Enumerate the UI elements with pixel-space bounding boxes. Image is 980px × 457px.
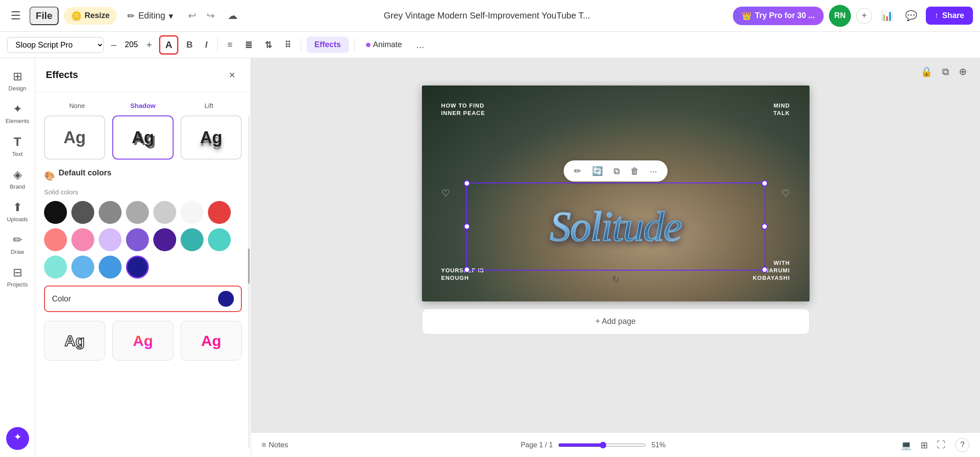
effect-card-gradient[interactable]: Ag <box>112 321 174 360</box>
uploads-icon: ⬆ <box>13 201 22 214</box>
text-color-button[interactable]: A <box>159 35 178 55</box>
color-swatch-7[interactable] <box>44 228 67 251</box>
file-button[interactable]: File <box>30 7 59 25</box>
align-button[interactable]: ≡ <box>223 37 237 52</box>
animate-dot <box>366 43 370 47</box>
redo-button[interactable]: ↪ <box>202 7 219 24</box>
more-options-button[interactable]: ... <box>412 37 429 53</box>
try-pro-label: Try Pro for 30 ... <box>755 11 815 20</box>
help-button[interactable]: ? <box>955 438 969 452</box>
decrease-font-button[interactable]: – <box>107 37 120 52</box>
effect-cards-row: Ag Ag Ag <box>44 321 242 360</box>
resize-button[interactable]: 🪙 Resize <box>64 7 117 25</box>
desktop-view-button[interactable]: 💻 <box>898 437 914 453</box>
grid-view-button[interactable]: ⊞ <box>918 437 931 453</box>
list2-button[interactable]: ⇅ <box>260 37 277 53</box>
canvas-frame: HOW TO FIND INNER PEACE MIND TALK YOURSE… <box>422 85 810 301</box>
share-button[interactable]: ↑ Share <box>926 7 973 25</box>
increase-font-button[interactable]: + <box>143 37 155 52</box>
sidebar-item-brand[interactable]: ◈ Brand <box>2 163 33 194</box>
editing-button[interactable]: ✏ Editing ▾ <box>122 7 178 25</box>
color-swatch-14[interactable] <box>44 256 67 279</box>
style-card-none[interactable]: Ag <box>44 115 105 160</box>
bottom-left-text[interactable]: YOURSELF IS ENOUGH <box>441 267 484 282</box>
elements-icon: ✦ <box>13 102 22 116</box>
sidebar-item-text[interactable]: T Text <box>2 130 33 162</box>
stats-button[interactable]: 📊 <box>877 7 896 25</box>
color-swatch-1[interactable] <box>71 201 94 224</box>
panel-scroll[interactable]: None Shadow Lift Ag Ag Ag 🎨 Default col <box>35 92 251 457</box>
projects-icon: ⊟ <box>13 266 22 279</box>
bottom-right-text[interactable]: WITH HARUMI KOBAYASHI <box>753 260 790 282</box>
sidebar-item-elements[interactable]: ✦ Elements <box>2 98 33 129</box>
sidebar-item-design[interactable]: ⊞ Design <box>2 65 33 96</box>
effect-card-pink[interactable]: Ag <box>181 321 242 360</box>
duplicate-button[interactable]: ⧉ <box>939 63 952 80</box>
try-pro-button[interactable]: 👑 Try Pro for 30 ... <box>733 7 824 25</box>
color-swatch-4[interactable] <box>153 201 176 224</box>
color-input-row[interactable]: Color <box>44 286 242 312</box>
color-swatch-8[interactable] <box>71 228 94 251</box>
effects-active-button[interactable]: Effects <box>307 37 349 53</box>
notes-button[interactable]: ≡ Notes <box>262 441 288 450</box>
page-number: Page 1 / 1 <box>521 441 553 449</box>
top-right-text[interactable]: MIND TALK <box>773 102 790 117</box>
design-label: Design <box>8 85 26 92</box>
undo-button[interactable]: ↩ <box>184 7 200 24</box>
style-none-label: None <box>44 99 110 112</box>
spacing-button[interactable]: ⠿ <box>280 37 296 53</box>
animate-button[interactable]: Animate <box>360 37 408 53</box>
list-button[interactable]: ≣ <box>240 37 257 53</box>
magic-button[interactable]: ✦ <box>6 427 29 450</box>
color-swatch-15[interactable] <box>71 256 94 279</box>
style-card-lift[interactable]: Ag <box>181 115 242 160</box>
italic-button[interactable]: I <box>201 37 212 52</box>
bottom-bar: ≡ Notes Page 1 / 1 51% 💻 ⊞ ⛶ ? <box>251 432 980 457</box>
uploads-label: Uploads <box>7 216 28 223</box>
panel-close-button[interactable]: × <box>224 67 240 83</box>
top-left-text[interactable]: HOW TO FIND INNER PEACE <box>441 102 485 117</box>
style-labels: None Shadow Lift <box>44 99 242 112</box>
style-cards: Ag Ag Ag <box>44 115 242 160</box>
sidebar-item-uploads[interactable]: ⬆ Uploads <box>2 196 33 227</box>
sidebar-item-draw[interactable]: ✏ Draw <box>2 229 33 260</box>
save-cloud-button[interactable]: ☁ <box>224 7 241 25</box>
color-swatch-12[interactable] <box>181 228 203 251</box>
zoom-slider[interactable] <box>558 442 646 449</box>
color-swatch-5[interactable] <box>181 201 203 224</box>
color-swatch-16[interactable] <box>99 256 122 279</box>
separator <box>217 38 218 52</box>
text-toolbar: Sloop Script Pro – 205 + A B I ≡ ≣ ⇅ ⠿ E… <box>0 32 980 58</box>
default-colors-header: 🎨 Default colors <box>44 168 242 183</box>
share-label: Share <box>942 11 964 20</box>
sidebar-item-projects[interactable]: ⊟ Projects <box>2 261 33 292</box>
color-swatch-11[interactable] <box>153 228 176 251</box>
color-swatch-2[interactable] <box>99 201 122 224</box>
lock-button[interactable]: 🔒 <box>918 63 935 80</box>
pencil-icon: ✏ <box>127 11 135 21</box>
color-swatch-17[interactable] <box>126 256 149 279</box>
canvas-background[interactable]: HOW TO FIND INNER PEACE MIND TALK YOURSE… <box>422 85 810 301</box>
menu-button[interactable]: ☰ <box>7 5 24 26</box>
style-card-shadow[interactable]: Ag <box>112 115 174 160</box>
comment-button[interactable]: 💬 <box>902 7 921 25</box>
add-page-button[interactable]: + Add page <box>422 308 810 334</box>
bold-button[interactable]: B <box>182 37 197 52</box>
font-select[interactable]: Sloop Script Pro <box>7 37 104 53</box>
add-element-button[interactable]: ⊕ <box>956 63 969 80</box>
avatar-button[interactable]: RN <box>829 5 851 27</box>
plus-button[interactable]: + <box>856 8 872 24</box>
color-swatch-13[interactable] <box>208 228 231 251</box>
color-swatch-9[interactable] <box>99 228 122 251</box>
heart-icon-left[interactable]: ♡ <box>441 188 450 199</box>
color-swatch-6[interactable] <box>208 201 231 224</box>
color-swatch-3[interactable] <box>126 201 149 224</box>
panel-scrollbar <box>248 115 250 448</box>
color-swatch-0[interactable] <box>44 201 67 224</box>
heart-icon-right[interactable]: ♡ <box>781 188 790 199</box>
effect-card-outline[interactable]: Ag <box>44 321 105 360</box>
editing-label: Editing <box>138 11 165 21</box>
color-swatch-10[interactable] <box>126 228 149 251</box>
canvas-top-icons: 🔒 ⧉ ⊕ <box>251 58 980 85</box>
fullscreen-button[interactable]: ⛶ <box>934 437 948 453</box>
